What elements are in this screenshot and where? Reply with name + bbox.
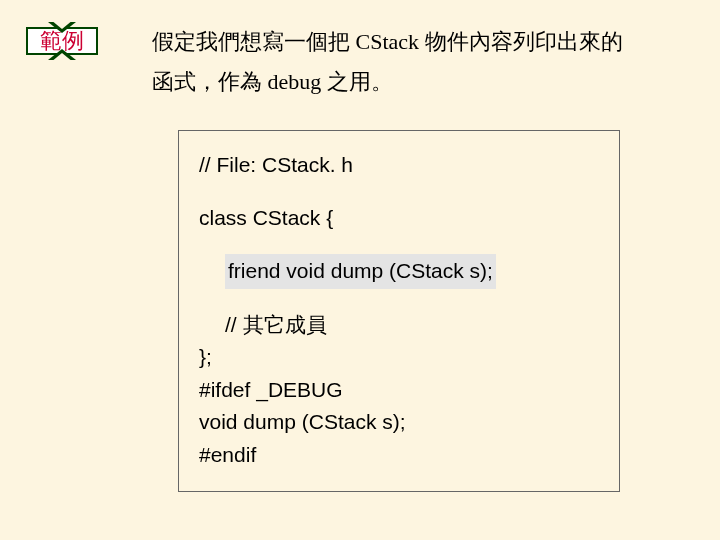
desc-line-1: 假定我們想寫一個把 CStack 物件內容列印出來的 [152,29,623,54]
example-ribbon: 範例 [26,22,98,60]
code-line-8: #endif [199,439,599,472]
code-line-3: friend void dump (CStack s); [225,254,496,289]
code-line-6: #ifdef _DEBUG [199,374,599,407]
code-box: // File: CStack. h class CStack { friend… [178,130,620,492]
desc-line-2: 函式，作為 debug 之用。 [152,69,393,94]
description-text: 假定我們想寫一個把 CStack 物件內容列印出來的 函式，作為 debug 之… [152,22,680,101]
code-line-4: // 其它成員 [225,309,599,342]
code-line-1: // File: CStack. h [199,149,599,182]
code-line-5: }; [199,341,599,374]
code-line-2: class CStack { [199,202,599,235]
code-line-7: void dump (CStack s); [199,406,599,439]
